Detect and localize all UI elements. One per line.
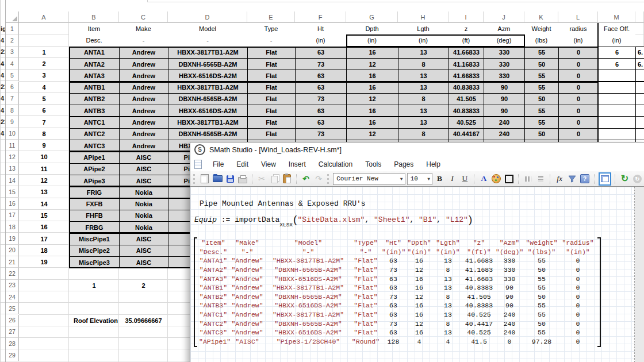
cell-C7[interactable]: Andrew (119, 93, 168, 105)
cell-C10[interactable]: Andrew (119, 128, 168, 140)
cell-N8[interactable] (635, 105, 644, 117)
menu-item-pages[interactable]: Pages (388, 159, 420, 170)
cell-K4[interactable]: 50 (524, 58, 559, 70)
row-header-29[interactable]: 29 (6, 349, 19, 361)
toolbar-drag-handle[interactable] (193, 174, 197, 184)
cell-A11[interactable]: 9 (19, 140, 69, 151)
cell-L3[interactable]: 0 (558, 47, 599, 59)
row-header-7[interactable]: 7 (6, 93, 19, 105)
cell-D7[interactable]: DBXNH-6565B-A2M (168, 93, 248, 105)
cell-F5[interactable]: 63 (295, 70, 347, 82)
cell-J3[interactable]: 330 (484, 47, 525, 59)
row-header-24[interactable]: 24 (6, 291, 19, 303)
cell-B10[interactable]: ANTC2 (69, 128, 120, 140)
cell-E8[interactable]: Flat (247, 105, 296, 117)
menu-item-tools[interactable]: Tools (359, 159, 388, 170)
row-header-9[interactable]: 9 (6, 116, 19, 128)
cell-J9[interactable]: 240 (484, 116, 525, 128)
cell-A20[interactable]: 18 (19, 245, 69, 256)
align-horizontal-icon[interactable] (523, 174, 534, 184)
panel-toggle-icon[interactable] (599, 174, 612, 184)
cell-H4[interactable]: 8 (398, 58, 449, 70)
cell-A18[interactable]: 16 (19, 221, 69, 233)
cell-E10[interactable]: Flat (247, 128, 296, 140)
cell-A8[interactable]: 6 (19, 105, 69, 116)
cell-I5[interactable]: 41.66833 (448, 70, 484, 82)
cell-E7[interactable]: Flat (247, 93, 296, 105)
titlebar[interactable]: S SMath Studio - [Wind_Loads-REV-H.sm*] (190, 143, 644, 157)
col-header-A[interactable]: A (19, 11, 69, 23)
cell-F6[interactable]: 63 (295, 82, 347, 94)
cell-I4[interactable]: 41.16833 (448, 58, 484, 70)
row-header-10[interactable]: 10 (6, 128, 19, 140)
cell-D1[interactable]: Model (168, 23, 247, 34)
cell-A10[interactable]: 8 (19, 128, 69, 140)
cell-G3[interactable]: 16 (346, 47, 398, 59)
cell-C26[interactable]: 35.09666667 (119, 315, 168, 326)
cell-A21[interactable]: 19 (19, 256, 69, 268)
cell-M3[interactable]: 6 (598, 47, 636, 59)
function-icon[interactable]: fx (554, 174, 565, 184)
menu-item-help[interactable]: Help (420, 159, 447, 170)
col-header-K[interactable]: K (524, 11, 558, 23)
cell-G4[interactable]: 12 (346, 58, 398, 70)
cell-F2[interactable]: (in) (295, 34, 346, 46)
col-header-G[interactable]: G (346, 11, 398, 23)
select-all-corner[interactable] (6, 11, 19, 23)
cell-M10[interactable] (598, 128, 636, 140)
cell-E2[interactable]: - (247, 34, 295, 46)
border-icon[interactable] (504, 174, 515, 184)
cell-G9[interactable]: 16 (346, 116, 398, 128)
cell-C18[interactable]: Nokia (119, 221, 168, 233)
cell-D10[interactable]: DBXNH-6565B-A2M (168, 128, 248, 140)
cell-G10[interactable]: 12 (346, 128, 398, 140)
document-icon[interactable] (194, 160, 202, 169)
cell-K10[interactable]: 50 (524, 128, 559, 140)
cell-E3[interactable]: Flat (247, 47, 296, 59)
cell-A6[interactable]: 4 (19, 82, 69, 93)
row-header-18[interactable]: 18 (6, 221, 19, 233)
cell-A16[interactable]: 14 (19, 198, 69, 210)
cell-B18[interactable]: FRBG (69, 221, 120, 233)
cell-J1[interactable]: Azm (484, 23, 524, 34)
cell-F3[interactable]: 63 (295, 47, 347, 59)
cell-K6[interactable]: 55 (524, 82, 559, 94)
cell-D2[interactable]: - (168, 34, 247, 46)
col-header-E[interactable]: E (247, 11, 295, 23)
print-icon[interactable] (237, 174, 248, 184)
cell-D5[interactable]: HBXX-6516DS-A2M (168, 70, 248, 82)
cell-B1[interactable]: Item (69, 23, 119, 34)
cell-G1[interactable]: Dpth (346, 23, 398, 34)
recalculate-all-icon[interactable]: ↻ (632, 174, 643, 184)
cell-L5[interactable]: 0 (558, 70, 599, 82)
cell-I1[interactable]: z (448, 23, 484, 34)
cell-K7[interactable]: 50 (524, 93, 559, 105)
menu-item-edit[interactable]: Edit (230, 159, 255, 170)
cell-C9[interactable]: Andrew (119, 116, 168, 128)
row-header-3[interactable]: 3 (6, 47, 19, 58)
cell-I8[interactable]: 40.83833 (448, 105, 484, 117)
cell-N9[interactable] (635, 116, 644, 128)
result-matrix[interactable]: "Item""Make""Model""Type""Ht""Dpth""Lgth… (194, 237, 601, 347)
row-header-4[interactable]: 4 (6, 58, 19, 70)
col-header-B[interactable]: B (69, 11, 119, 23)
cell-B17[interactable]: FHFB (69, 210, 120, 222)
cell-B5[interactable]: ANTA3 (69, 70, 120, 82)
cell-G2[interactable]: (in) (346, 34, 398, 46)
new-icon[interactable] (200, 174, 210, 184)
cell-M4[interactable]: 6 (598, 58, 636, 70)
cell-H8[interactable]: 13 (398, 105, 449, 117)
row-header-2[interactable]: 2 (6, 34, 19, 46)
cell-K8[interactable]: 55 (524, 105, 559, 117)
cell-E1[interactable]: Type (247, 23, 295, 34)
cell-B2[interactable]: Desc. (69, 34, 119, 46)
menu-item-file[interactable]: File (206, 159, 230, 170)
cell-M9[interactable] (598, 116, 636, 128)
cell-H2[interactable]: (in) (398, 34, 448, 46)
cell-D6[interactable]: HBXX-3817TB1-A2M (168, 82, 248, 94)
cell-N7[interactable] (635, 93, 644, 105)
cell-C3[interactable]: Andrew (119, 47, 168, 59)
row-header-19[interactable]: 19 (6, 233, 19, 244)
cell-J4[interactable]: 330 (484, 58, 525, 70)
save-icon[interactable] (225, 174, 236, 184)
